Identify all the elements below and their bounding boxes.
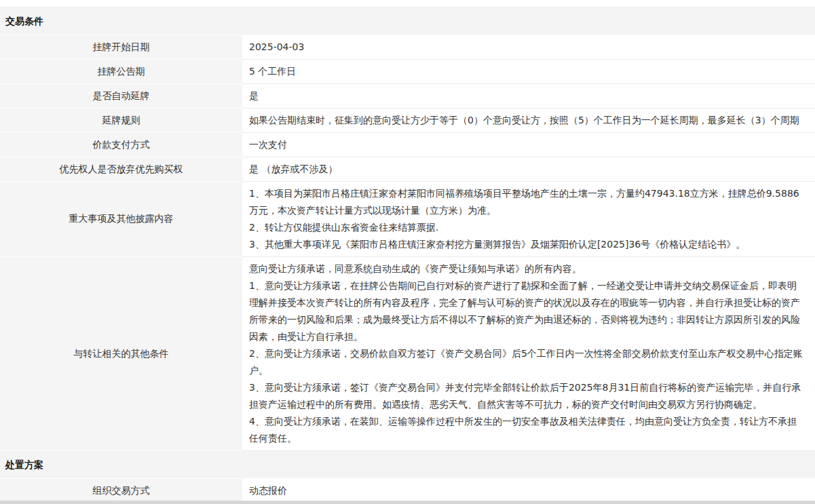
field-label: 组织交易方式	[0, 479, 242, 503]
table-row-auto-extension: 是否自动延牌 是	[0, 84, 815, 109]
section-title: 处置方案	[5, 459, 43, 470]
field-label: 与转让相关的其他条件	[0, 257, 242, 451]
field-value-text: 2025-04-03	[249, 35, 805, 59]
field-value-text: 如果公告期结束时，征集到的意向受让方少于等于（0）个意向受让方，按照（5）个工作…	[249, 109, 805, 132]
table-row-listing-announcement-period: 挂牌公告期 5 个工作日	[0, 60, 815, 84]
field-label: 挂牌公告期	[0, 60, 242, 84]
field-value-paragraph: 2、转让方仅能提供山东省资金往来结算票据.	[249, 219, 805, 236]
field-value-paragraph: 2、意向受让方须承诺，交易价款自双方签订《资产交易合同》后5个工作日内一次性将全…	[249, 345, 805, 379]
field-value-text: 是	[249, 84, 805, 108]
table-row-preemptive-right-waiver: 优先权人是否放弃优先购买权 是 （放弃或不涉及）	[0, 157, 815, 182]
field-label: 优先权人是否放弃优先购买权	[0, 157, 242, 182]
section-header-disposal-plan: 处置方案	[0, 451, 815, 479]
section-title: 交易条件	[5, 16, 43, 26]
field-value: 是	[242, 84, 815, 109]
listing-detail-page: 交易条件 挂牌开始日期 2025-04-03 挂牌公告期 5 个工作日 是否自动…	[0, 0, 815, 504]
field-value-text: 5 个工作日	[249, 60, 805, 83]
field-value: 如果公告期结束时，征集到的意向受让方少于等于（0）个意向受让方，按照（5）个工作…	[242, 109, 815, 133]
field-value: 1、本项目为莱阳市吕格庄镇汪家夼村莱阳市同福养殖场项目平整场地产生的土壤一宗，方…	[242, 182, 815, 257]
field-value: 意向受让方须承诺，同意系统自动生成的《资产受让须知与承诺》的所有内容。 1、意向…	[242, 257, 815, 451]
table-row-major-matters-disclosure: 重大事项及其他披露内容 1、本项目为莱阳市吕格庄镇汪家夼村莱阳市同福养殖场项目平…	[0, 182, 815, 257]
field-value: 5 个工作日	[242, 60, 815, 84]
field-value-paragraph: 意向受让方须承诺，同意系统自动生成的《资产受让须知与承诺》的所有内容。	[249, 260, 805, 277]
field-value: 2025-04-03	[242, 35, 815, 60]
bottom-divider	[0, 501, 815, 504]
table-row-payment-method: 价款支付方式 一次支付	[0, 133, 815, 157]
table-row-extension-rule: 延牌规则 如果公告期结束时，征集到的意向受让方少于等于（0）个意向受让方，按照（…	[0, 109, 815, 133]
field-value-paragraph: 4、意向受让方须承诺，在装卸、运输等操作过程中所发生的一切安全事故及相关法律责任…	[249, 413, 805, 447]
table-row-listing-start-date: 挂牌开始日期 2025-04-03	[0, 35, 815, 60]
field-value: 一次支付	[242, 133, 815, 157]
field-value-paragraph: 3、其他重大事项详见《莱阳市吕格庄镇汪家夼村挖方量测算报告》及烟莱阳价认定[20…	[249, 236, 805, 253]
field-label: 延牌规则	[0, 109, 242, 133]
field-label: 重大事项及其他披露内容	[0, 182, 242, 257]
transaction-conditions-table: 交易条件 挂牌开始日期 2025-04-03 挂牌公告期 5 个工作日 是否自动…	[0, 7, 815, 503]
field-value: 是 （放弃或不涉及）	[242, 157, 815, 182]
field-value-text: 一次支付	[249, 133, 805, 157]
field-label: 挂牌开始日期	[0, 35, 242, 60]
field-value-text: 动态报价	[249, 479, 805, 503]
field-value-paragraph: 1、意向受让方须承诺，在挂牌公告期间已自行对标的资产进行了勘探和全面了解，一经递…	[249, 277, 805, 345]
field-value: 动态报价	[242, 479, 815, 503]
table-row-transaction-organization-method: 组织交易方式 动态报价	[0, 479, 815, 503]
field-value-text: 是 （放弃或不涉及）	[249, 157, 805, 181]
field-value-paragraph: 3、意向受让方须承诺，签订《资产交易合同》并支付完毕全部转让价款后于2025年8…	[249, 379, 805, 413]
section-header-transaction-conditions: 交易条件	[0, 7, 815, 35]
field-label: 价款支付方式	[0, 133, 242, 157]
field-value-paragraph: 1、本项目为莱阳市吕格庄镇汪家夼村莱阳市同福养殖场项目平整场地产生的土壤一宗，方…	[249, 185, 805, 219]
field-label: 是否自动延牌	[0, 84, 242, 109]
table-row-other-transfer-conditions: 与转让相关的其他条件 意向受让方须承诺，同意系统自动生成的《资产受让须知与承诺》…	[0, 257, 815, 451]
